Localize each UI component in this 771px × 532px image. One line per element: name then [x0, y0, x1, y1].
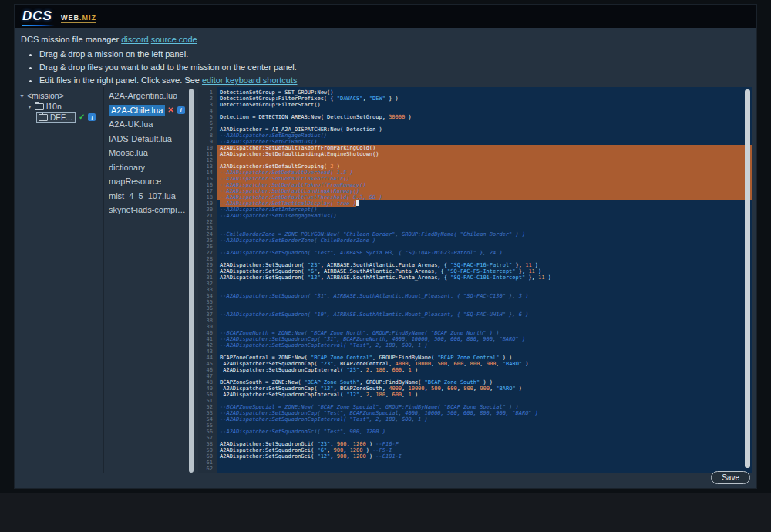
editor-line[interactable]: 38: [198, 318, 752, 324]
discord-link[interactable]: discord: [121, 35, 148, 44]
editor-line[interactable]: 18--A2ADispatcher:SetDefaultFuelThreshol…: [198, 194, 752, 200]
caret-down-icon[interactable]: ▼: [19, 93, 25, 99]
check-icon[interactable]: ✓: [79, 113, 85, 121]
file-list-item[interactable]: mapResource: [107, 174, 187, 189]
editor-line[interactable]: 54--A2ADispatcher:SetSquadronCapInterval…: [198, 416, 752, 423]
editor-line[interactable]: 21--A2ADispatcher:SetDisengageRadius(): [198, 213, 752, 219]
editor-line[interactable]: 27--A2ADispatcher:SetSquadron( "Test", A…: [198, 250, 752, 256]
file-name[interactable]: dictionary: [109, 163, 145, 172]
editor-line[interactable]: 60A2ADispatcher:SetSquadronGci( "12", 90…: [198, 453, 752, 460]
editor-line[interactable]: 48BCAPZoneSouth = ZONE:New( "BCAP Zone S…: [198, 379, 752, 386]
editor-line[interactable]: 44BCAPZoneCentral = ZONE:New( "BCAP Zone…: [198, 355, 752, 361]
editor-line[interactable]: 19--A2ADispatcher:SetTacticalDisplay( tr…: [198, 200, 752, 207]
tree-root-mission[interactable]: ▼ <mission>: [19, 90, 103, 101]
editor-line[interactable]: 57: [198, 435, 752, 441]
editor-line[interactable]: 28: [198, 256, 752, 262]
editor-line[interactable]: 62: [198, 466, 752, 472]
editor-line[interactable]: 39: [198, 324, 752, 330]
file-name[interactable]: IADS-Default.lua: [109, 134, 172, 143]
editor-line[interactable]: 15--A2ADispatcher:SetDefaultTakeoffInAir…: [198, 176, 752, 182]
editor-line[interactable]: 33: [198, 287, 752, 293]
editor-line[interactable]: 55: [198, 423, 752, 429]
file-name[interactable]: mist_4_5_107.lua: [109, 191, 176, 200]
editor-line[interactable]: 53--A2ADispatcher:SetSquadronCap( "Test"…: [198, 410, 752, 416]
file-info-icon[interactable]: i: [177, 106, 185, 114]
file-list-item[interactable]: mist_4_5_107.lua: [107, 189, 187, 204]
mission-tree-panel[interactable]: ▼ <mission> ▼ l10n DEFAULT ✓ i: [19, 87, 104, 473]
close-file-icon[interactable]: ✕: [167, 106, 173, 114]
editor-line[interactable]: 9--A2ADispatcher:SetGciRadius(): [198, 139, 752, 145]
tree-file-default[interactable]: DEFAULT ✓ i: [19, 112, 103, 123]
file-list[interactable]: A2A-Argentina.luaA2A-Chile.lua✕iA2A-UK.l…: [107, 89, 187, 473]
editor-line[interactable]: 7A2ADispatcher = AI_A2A_DISPATCHER:New( …: [198, 126, 752, 133]
file-list-item[interactable]: skynet-iads-compil…: [107, 203, 187, 217]
editor-line[interactable]: 37--A2ADispatcher:SetSquadron( "19", AIR…: [198, 311, 752, 318]
editor-line[interactable]: 14--A2ADispatcher:SetDefaultOverhead( 1.…: [198, 170, 752, 176]
code-editor[interactable]: 1DetectionSetGroup = SET_GROUP:New()2Det…: [198, 87, 752, 473]
editor-line[interactable]: 47: [198, 373, 752, 379]
editor-line[interactable]: 20--A2ADispatcher:SetIntercept(): [198, 207, 752, 213]
editor-line[interactable]: 26: [198, 244, 752, 250]
file-name[interactable]: skynet-iads-compil…: [109, 205, 187, 214]
editor-line[interactable]: 6: [198, 120, 752, 126]
file-name[interactable]: A2A-Chile.lua: [109, 105, 165, 116]
file-list-item[interactable]: dictionary: [107, 160, 187, 175]
editor-line[interactable]: 31A2ADispatcher:SetSquadron( "12", AIRBA…: [198, 274, 752, 281]
editor-line[interactable]: 32: [198, 281, 752, 287]
selected-tree-file-chip[interactable]: DEFAULT: [36, 112, 76, 123]
file-name[interactable]: mapResource: [109, 177, 161, 186]
file-list-item[interactable]: A2A-Chile.lua✕i: [107, 103, 187, 118]
editor-line[interactable]: 25--A2ADispatcher:SetBorderZone( ChileBo…: [198, 237, 752, 244]
editor-line[interactable]: 13A2ADispatcher:SetDefaultGrouping( 2 ): [198, 163, 752, 170]
editor-line[interactable]: 61: [198, 460, 752, 466]
editor-lines[interactable]: 1DetectionSetGroup = SET_GROUP:New()2Det…: [198, 87, 752, 472]
file-name[interactable]: Moose.lua: [109, 148, 148, 157]
editor-line[interactable]: 8--A2ADispatcher:SetEngageRadius(): [198, 133, 752, 139]
editor-line[interactable]: 34--A2ADispatcher:SetSquadron( "31", AIR…: [198, 293, 752, 299]
editor-line[interactable]: 58A2ADispatcher:SetSquadronGci( "23", 90…: [198, 441, 752, 447]
source-code-link[interactable]: source code: [151, 35, 197, 44]
caret-down-icon[interactable]: ▼: [27, 104, 32, 109]
editor-line[interactable]: 10A2ADispatcher:SetDefaultTakeoffFromPar…: [198, 145, 752, 151]
editor-line[interactable]: 41--A2ADispatcher:SetSquadronCap( "31", …: [198, 336, 752, 342]
editor-shortcuts-link[interactable]: editor keyboard shortcuts: [202, 76, 298, 85]
save-button[interactable]: Save: [711, 471, 750, 484]
editor-line[interactable]: 46 A2ADispatcher:SetSquadronCapInterval(…: [198, 367, 752, 373]
editor-line[interactable]: 3DetectionSetGroup:FilterStart(): [198, 102, 752, 108]
editor-line[interactable]: 12: [198, 157, 752, 163]
file-list-scrollbar[interactable]: [189, 89, 194, 473]
editor-line[interactable]: 16--A2ADispatcher:SetDefaultTakeoffFromR…: [198, 182, 752, 188]
editor-line[interactable]: 45 A2ADispatcher:SetSquadronCap( "23", B…: [198, 361, 752, 367]
editor-line[interactable]: 51: [198, 398, 752, 404]
editor-line[interactable]: 1DetectionSetGroup = SET_GROUP:New(): [198, 89, 752, 96]
editor-line[interactable]: 49 A2ADispatcher:SetSquadronCap( "12", B…: [198, 386, 752, 392]
editor-line[interactable]: 36: [198, 305, 752, 311]
file-list-item[interactable]: Moose.lua: [107, 146, 187, 160]
editor-line[interactable]: 22: [198, 219, 752, 225]
editor-line[interactable]: 23: [198, 225, 752, 231]
editor-line[interactable]: 35: [198, 299, 752, 305]
editor-line[interactable]: 43: [198, 348, 752, 355]
file-list-item[interactable]: A2A-Argentina.lua: [107, 89, 187, 103]
editor-line[interactable]: 40--BCAPZoneNorth = ZONE:New( "BCAP Zone…: [198, 330, 752, 336]
info-icon[interactable]: i: [88, 113, 96, 121]
editor-line[interactable]: 56--A2ADispatcher:SetSquadronGci( "Test"…: [198, 429, 752, 435]
editor-line[interactable]: 50 A2ADispatcher:SetSquadronCapInterval(…: [198, 392, 752, 398]
editor-line[interactable]: 30A2ADispatcher:SetSquadron( "6", AIRBAS…: [198, 268, 752, 274]
file-list-item[interactable]: A2A-UK.lua: [107, 117, 187, 132]
editor-line[interactable]: 5Detection = DETECTION_AREAS:New( Detect…: [198, 114, 752, 120]
tree-folder-l10n[interactable]: ▼ l10n: [19, 101, 103, 112]
file-list-item[interactable]: IADS-Default.lua: [107, 132, 187, 146]
editor-line[interactable]: 17--A2ADispatcher:SetDefaultLandingAtRun…: [198, 188, 752, 194]
file-name[interactable]: A2A-Argentina.lua: [109, 91, 177, 100]
editor-line[interactable]: 11A2ADispatcher:SetDefaultLandingAtEngin…: [198, 151, 752, 157]
editor-line[interactable]: 29A2ADispatcher:SetSquadron( "23", AIRBA…: [198, 262, 752, 268]
editor-line[interactable]: 52--BCAPZoneSpecial = ZONE:New( "BCAP Zo…: [198, 404, 752, 410]
editor-line[interactable]: 2DetectionSetGroup:FilterPrefixes( { "DA…: [198, 96, 752, 102]
editor-line[interactable]: 4: [198, 108, 752, 114]
editor-line[interactable]: 59A2ADispatcher:SetSquadronGci( "6", 900…: [198, 447, 752, 453]
file-name[interactable]: A2A-UK.lua: [109, 120, 153, 129]
editor-line[interactable]: 24--ChileBorderZone = ZONE_POLYGON:New( …: [198, 231, 752, 237]
editor-line[interactable]: 42--A2ADispatcher:SetSquadronCapInterval…: [198, 342, 752, 348]
editor-scrollbar[interactable]: [745, 89, 750, 468]
